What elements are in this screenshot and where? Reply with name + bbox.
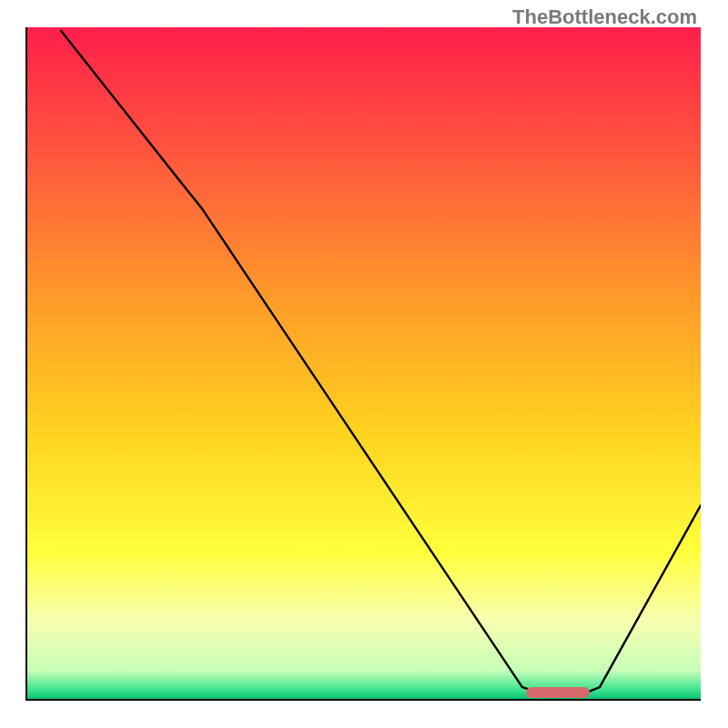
watermark-text: TheBottleneck.com [512,5,697,29]
plot-area [27,27,701,701]
bottleneck-chart: TheBottleneck.com [0,0,728,728]
x-axis [27,699,701,701]
optimal-range-marker [526,687,590,698]
bottleneck-curve [27,27,701,701]
y-axis [25,27,27,701]
